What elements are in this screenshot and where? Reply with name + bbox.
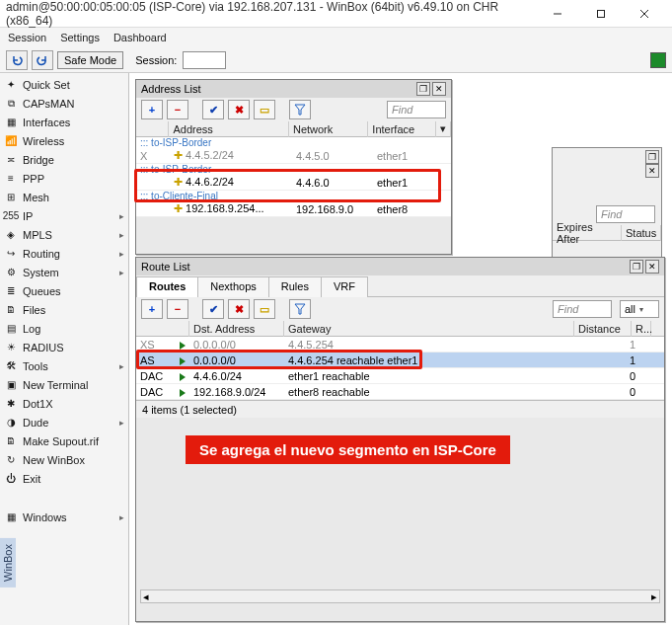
safe-mode-button[interactable]: Safe Mode	[57, 51, 123, 69]
routing-table-selector[interactable]: all	[620, 300, 659, 318]
route-row[interactable]: DAC192.168.9.0/24ether8 reachable0	[136, 384, 664, 400]
bg-col-status[interactable]: Status	[622, 225, 661, 241]
menu-session[interactable]: Session	[8, 32, 46, 43]
col-address[interactable]: Address	[169, 121, 288, 137]
sidebar-item-interfaces[interactable]: ▦Interfaces	[0, 113, 128, 131]
sidebar-item-radius[interactable]: ☀RADIUS	[0, 338, 128, 356]
cell-address: ✚ 4.4.6.2/24	[174, 176, 296, 189]
route-row[interactable]: DAC4.4.6.0/24ether1 reachable0	[136, 368, 664, 384]
queues-icon: ≣	[4, 284, 18, 298]
sidebar-item-new-terminal[interactable]: ▣New Terminal	[0, 375, 128, 394]
maximize-button[interactable]	[579, 1, 623, 27]
route-list-restore-icon[interactable]: ❐	[630, 260, 643, 274]
address-row[interactable]: X✚ 4.4.5.2/244.4.5.0ether1	[136, 148, 451, 164]
sidebar-item-quick-set[interactable]: ✦Quick Set	[0, 75, 128, 94]
remove-button[interactable]: −	[167, 100, 188, 119]
col-r[interactable]: R...	[632, 321, 651, 337]
undo-button[interactable]	[6, 50, 28, 70]
menu-settings[interactable]: Settings	[60, 32, 100, 43]
col-network[interactable]: Network	[289, 121, 368, 137]
interfaces-icon: ▦	[4, 116, 18, 129]
sidebar-item-files[interactable]: 🗎Files	[0, 300, 128, 319]
cell-interface: ether1	[377, 150, 446, 162]
sidebar-item-mesh[interactable]: ⊞Mesh	[0, 188, 128, 206]
col-interface[interactable]: Interface	[368, 121, 436, 137]
sidebar-item-exit[interactable]: ⏻Exit	[0, 469, 128, 488]
sidebar-item-bridge[interactable]: ≍Bridge	[0, 150, 128, 169]
route-list-close-icon[interactable]: ✕	[645, 260, 659, 274]
sidebar-item-mpls[interactable]: ◈MPLS	[0, 225, 128, 244]
cell-distance: 1	[578, 354, 635, 366]
disable-button[interactable]: ✖	[228, 100, 250, 119]
sidebar-item-make-supout-rif[interactable]: 🗎Make Supout.rif	[0, 431, 128, 450]
system-icon: ⚙	[4, 266, 18, 279]
address-row-comment: ::: to-Cliente-Final	[136, 191, 451, 201]
col-distance[interactable]: Distance	[574, 321, 632, 337]
route-remove-button[interactable]: −	[167, 299, 188, 319]
sidebar-item-log[interactable]: ▤Log	[0, 319, 128, 338]
close-button[interactable]	[623, 1, 666, 27]
route-hscrollbar[interactable]: ◂ ▸	[140, 589, 660, 603]
sidebar-item-label: Quick Set	[23, 79, 70, 91]
cell-interface: ether8	[377, 203, 446, 215]
route-comment-button[interactable]: ▭	[254, 299, 275, 319]
address-row[interactable]: ✚ 4.4.6.2/244.4.6.0ether1	[136, 175, 451, 191]
cell-dst: 4.4.6.0/24	[193, 370, 288, 382]
sidebar-item-ppp[interactable]: ≡PPP	[0, 169, 128, 188]
filter-button[interactable]	[289, 100, 311, 119]
route-flag: DAC	[140, 386, 180, 398]
sidebar-item-dude[interactable]: ◑Dude	[0, 413, 128, 431]
sidebar-item-routing[interactable]: ↪Routing	[0, 244, 128, 263]
enable-button[interactable]: ✔	[202, 100, 224, 119]
route-find-input[interactable]: Find	[553, 300, 612, 318]
sidebar-item-dot1x[interactable]: ✱Dot1X	[0, 394, 128, 413]
comment-button[interactable]: ▭	[254, 100, 275, 119]
menu-dashboard[interactable]: Dashboard	[113, 32, 167, 43]
add-button[interactable]: +	[141, 100, 163, 119]
sidebar-item-wireless[interactable]: 📶Wireless	[0, 131, 128, 150]
route-tabs: RoutesNexthopsRulesVRF	[136, 275, 664, 297]
bridge-icon: ≍	[4, 153, 18, 167]
bg-restore-icon[interactable]: ❐	[645, 150, 659, 164]
route-row[interactable]: XS0.0.0.0/04.4.5.2541	[136, 337, 664, 353]
sidebar-item-tools[interactable]: 🛠Tools	[0, 356, 128, 375]
tab-vrf[interactable]: VRF	[321, 276, 368, 297]
winbox-vertical-tab[interactable]: WinBox	[0, 538, 16, 588]
sidebar-item-system[interactable]: ⚙System	[0, 263, 128, 281]
bg-close-icon[interactable]: ✕	[645, 164, 659, 178]
address-list-close-icon[interactable]: ✕	[432, 82, 446, 96]
sidebar-item-windows[interactable]: ▦Windows	[0, 508, 128, 526]
redo-button[interactable]	[32, 50, 53, 70]
sidebar-item-label: Interfaces	[23, 117, 70, 128]
address-find-input[interactable]: Find	[387, 101, 446, 118]
route-disable-button[interactable]: ✖	[228, 299, 250, 319]
mpls-icon: ◈	[4, 228, 18, 242]
address-list-restore-icon[interactable]: ❐	[416, 82, 430, 96]
cell-distance: 1	[578, 339, 635, 351]
sidebar-item-capsman[interactable]: ⧉CAPsMAN	[0, 94, 128, 113]
activity-indicator-icon	[650, 52, 666, 68]
address-list-title[interactable]: Address List ❐ ✕	[136, 80, 451, 98]
sidebar-item-queues[interactable]: ≣Queues	[0, 281, 128, 300]
col-dst[interactable]: Dst. Address	[189, 321, 284, 337]
window-title: admin@50:00:00:05:00:05 (ISP-Core) via 1…	[6, 0, 536, 28]
col-gateway[interactable]: Gateway	[284, 321, 574, 337]
tab-rules[interactable]: Rules	[268, 276, 322, 297]
newwinbox-icon: ↻	[4, 453, 18, 467]
address-row[interactable]: ✚ 192.168.9.254...192.168.9.0ether8	[136, 201, 451, 217]
terminal-icon: ▣	[4, 378, 18, 392]
tab-nexthops[interactable]: Nexthops	[197, 276, 268, 297]
minimize-button[interactable]	[536, 1, 579, 27]
route-add-button[interactable]: +	[141, 299, 163, 319]
tab-routes[interactable]: Routes	[136, 276, 198, 297]
session-field[interactable]	[183, 51, 226, 69]
bg-col-expires[interactable]: Expires After	[553, 225, 622, 241]
route-enable-button[interactable]: ✔	[202, 299, 224, 319]
sidebar-item-new-winbox[interactable]: ↻New WinBox	[0, 450, 128, 469]
route-row[interactable]: AS0.0.0.0/04.4.6.254 reachable ether11	[136, 353, 664, 368]
sidebar-item-ip[interactable]: 255IP	[0, 206, 128, 225]
sidebar-item-label: Log	[23, 323, 40, 335]
cell-dst: 0.0.0.0/0	[193, 339, 288, 351]
route-list-title[interactable]: Route List ❐ ✕	[136, 258, 664, 275]
route-filter-button[interactable]	[289, 299, 311, 319]
